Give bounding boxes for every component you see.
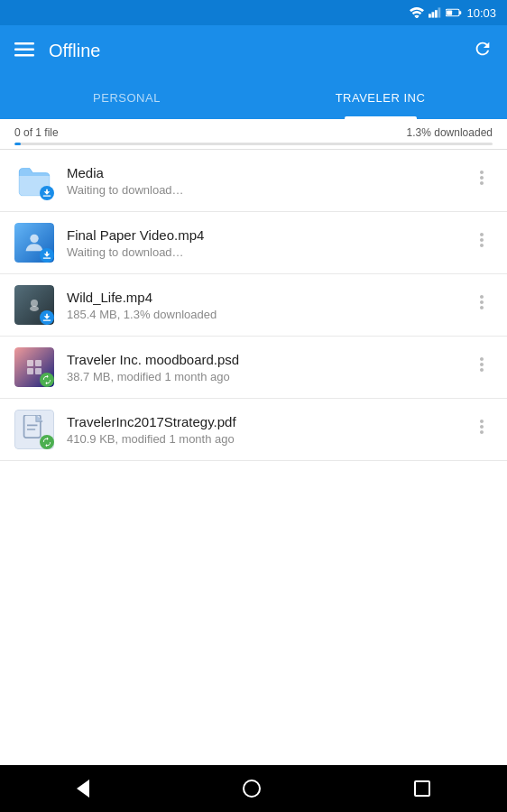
wifi-icon [410,7,424,18]
sync-badge [40,435,54,449]
tab-personal[interactable]: PERSONAL [0,76,254,119]
recents-button[interactable] [414,780,430,797]
download-badge [40,248,54,263]
list-item[interactable]: TravelerInc2017Strategy.pdf 410.9 KB, mo… [0,399,507,461]
file-action-button[interactable] [471,291,493,318]
svg-rect-15 [43,320,51,321]
file-action-button[interactable] [471,416,493,443]
file-meta: 38.7 MB, modified 1 month ago [67,370,464,383]
file-action-button[interactable] [471,167,493,194]
svg-rect-0 [429,14,431,17]
svg-rect-7 [14,42,34,45]
list-item[interactable]: Media Waiting to download… [0,150,507,212]
svg-rect-12 [43,258,51,259]
svg-point-11 [30,235,38,243]
progress-file-count: 0 of 1 file [14,126,59,139]
toolbar-title: Offline [49,41,458,61]
file-meta: 185.4 MB, 1.3% downloaded [67,308,464,321]
file-thumbnail [14,161,54,200]
signal-icon [429,7,441,18]
status-icons: 10:03 [410,6,496,20]
svg-rect-17 [35,360,41,366]
progress-section: 0 of 1 file 1.3% downloaded [0,119,507,150]
download-badge [40,186,54,200]
svg-rect-5 [459,11,461,14]
file-meta: Waiting to download… [67,245,464,259]
file-name: Wild_Life.mp4 [67,290,464,305]
svg-rect-10 [43,196,51,197]
file-name: Media [67,165,464,180]
file-action-button[interactable] [471,354,493,381]
progress-fill [14,143,21,145]
back-button[interactable] [77,780,89,798]
home-button[interactable] [243,780,261,798]
svg-rect-19 [35,368,41,374]
svg-point-14 [30,306,39,311]
svg-rect-8 [14,49,34,51]
progress-track [14,143,493,145]
file-name: Final Paper Video.mp4 [67,227,464,243]
list-item[interactable]: Traveler Inc. moodboard.psd 38.7 MB, mod… [0,337,507,399]
hamburger-button[interactable] [14,42,34,60]
file-thumbnail [14,410,54,449]
list-item[interactable]: Wild_Life.mp4 185.4 MB, 1.3% downloaded [0,274,507,337]
file-list: Media Waiting to download… [0,150,507,461]
file-action-button[interactable] [471,229,493,256]
status-time: 10:03 [466,6,496,20]
file-thumbnail [14,285,54,325]
battery-icon [446,7,462,18]
bottom-nav [0,765,507,812]
toolbar: Offline [0,25,507,76]
tab-traveler-inc[interactable]: TRAVELER INC [254,76,507,119]
svg-rect-9 [14,54,34,57]
file-meta: Waiting to download… [67,183,464,197]
svg-point-13 [31,300,38,307]
svg-rect-18 [27,368,33,374]
svg-rect-3 [438,7,441,17]
file-name: TravelerInc2017Strategy.pdf [67,414,464,429]
file-thumbnail [14,347,54,387]
file-thumbnail [14,223,54,263]
list-item[interactable]: Final Paper Video.mp4 Waiting to downloa… [0,212,507,274]
svg-rect-2 [435,10,438,17]
svg-rect-1 [432,12,435,17]
status-bar: 10:03 [0,0,507,25]
file-meta: 410.9 KB, modified 1 month ago [67,432,464,446]
download-badge [40,310,54,325]
sync-badge [40,373,54,387]
svg-rect-6 [447,10,453,14]
svg-rect-16 [27,360,33,366]
refresh-button[interactable] [473,39,493,63]
tabs-bar: PERSONAL TRAVELER INC [0,76,507,119]
file-name: Traveler Inc. moodboard.psd [67,352,464,367]
progress-percent-text: 1.3% downloaded [407,126,493,139]
